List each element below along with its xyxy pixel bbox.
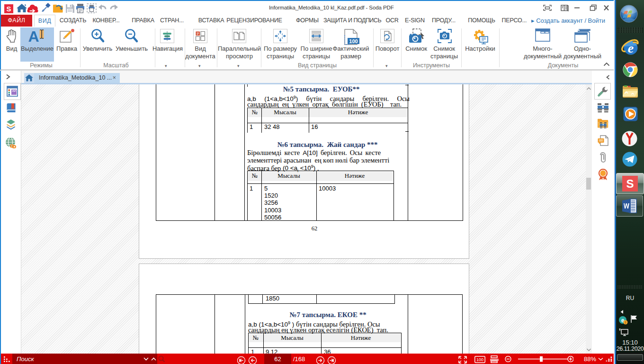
svg-text:100: 100 (349, 38, 358, 44)
svg-text:S: S (6, 5, 11, 13)
svg-text:!: ! (625, 320, 626, 325)
svg-text:100: 100 (476, 357, 483, 362)
svg-text:e: e (628, 41, 634, 55)
svg-text:A: A (28, 28, 39, 44)
